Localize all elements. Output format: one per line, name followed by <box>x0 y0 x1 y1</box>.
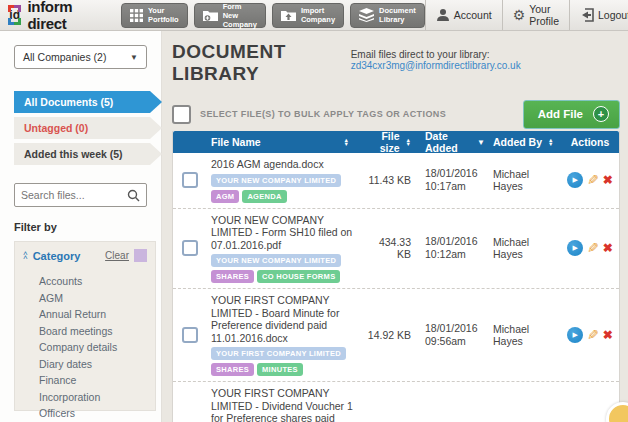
edit-file-icon[interactable]: ✎ <box>587 327 599 343</box>
user-menu: Account ⚙ Your Profile Logout <box>425 0 628 30</box>
file-name[interactable]: YOUR NEW COMPANY LIMITED - Form SH10 fil… <box>211 214 353 252</box>
form-new-company-button[interactable]: Form NewCompany <box>194 3 266 28</box>
column-actions: Actions <box>571 136 610 148</box>
bulk-select-label: SELECT FILE(S) TO BULK APPLY TAGS OR ACT… <box>200 109 446 119</box>
category-item[interactable]: Board meetings <box>39 323 155 340</box>
category-item[interactable]: Annual Return <box>39 306 155 323</box>
sort-date-added-desc-icon[interactable]: ▼ <box>477 138 485 147</box>
filter-by-label: Filter by <box>14 221 161 233</box>
table-row: YOUR FIRST COMPANY LIMITED - Dividend Vo… <box>173 382 619 422</box>
file-size: 11.43 KB <box>359 174 415 186</box>
sort-file-size-icon[interactable]: ▲▼ <box>406 138 411 147</box>
added-by: Michael Hayes <box>489 168 561 192</box>
edit-file-icon[interactable]: ✎ <box>587 172 599 188</box>
category-list: AccountsAGMAnnual ReturnBoard meetingsCo… <box>15 267 155 422</box>
file-size: 14.92 KB <box>359 329 415 341</box>
added-by: Michael Hayes <box>489 323 561 347</box>
sidebar-nav: All Documents (5) Untagged (0) Added thi… <box>14 91 161 165</box>
document-library-button[interactable]: DocumentLibrary <box>350 3 425 28</box>
tag-pill[interactable]: CO HOUSE FORMS <box>257 270 340 283</box>
sidebar-item-all-documents[interactable]: All Documents (5) <box>14 91 162 113</box>
category-item[interactable]: Finance <box>39 372 155 389</box>
search-input[interactable] <box>21 189 127 201</box>
added-by: Michael Hayes <box>489 236 561 260</box>
view-file-icon[interactable]: ▶ <box>567 172 583 188</box>
table-row: 2016 AGM agenda.docxYOUR NEW COMPANY LIM… <box>173 153 619 209</box>
category-item[interactable]: Incorporation <box>39 389 155 406</box>
table-header: File Name ▲▼ File size ▲▼ Date Added ▼ A… <box>173 131 619 153</box>
account-link[interactable]: Account <box>425 0 502 30</box>
folder-plus-icon <box>203 9 218 22</box>
category-item[interactable]: Officers <box>39 405 155 422</box>
column-file-name[interactable]: File Name <box>211 136 261 148</box>
company-filter-select[interactable]: All Companies (2) ▼ <box>14 45 147 69</box>
main-content: DOCUMENT LIBRARY Email files direct to y… <box>162 31 628 422</box>
category-item[interactable]: AGM <box>39 290 155 307</box>
logout-icon <box>580 8 594 22</box>
column-added-by[interactable]: Added By <box>493 136 542 148</box>
row-checkbox[interactable] <box>182 172 198 188</box>
row-checkbox[interactable] <box>182 240 198 256</box>
sort-file-name-icon[interactable]: ▲▼ <box>344 138 349 147</box>
category-title[interactable]: Category <box>33 250 81 262</box>
page-title: DOCUMENT LIBRARY <box>172 41 351 85</box>
category-item[interactable]: Diary dates <box>39 356 155 373</box>
person-icon <box>436 8 450 22</box>
search-icon[interactable] <box>127 189 140 202</box>
your-profile-link[interactable]: ⚙ Your Profile <box>502 0 569 30</box>
layers-icon <box>359 8 374 22</box>
library-email-link[interactable]: zd34cxr3mg@informdirectlibrary.co.uk <box>351 60 521 71</box>
tag-pill[interactable]: AGENDA <box>242 190 286 203</box>
delete-file-icon[interactable]: ✖ <box>603 328 613 342</box>
edit-file-icon[interactable]: ✎ <box>587 240 599 256</box>
tag-pill[interactable]: YOUR FIRST COMPANY LIMITED <box>211 347 346 360</box>
file-table-body: 2016 AGM agenda.docxYOUR NEW COMPANY LIM… <box>173 153 619 422</box>
category-panel: ˄˄ Category Clear AccountsAGMAnnual Retu… <box>14 241 156 411</box>
logo-mark-icon: id <box>8 5 21 25</box>
chevron-down-icon: ▼ <box>130 53 138 62</box>
logout-link[interactable]: Logout <box>569 0 628 30</box>
column-date-added[interactable]: Date Added <box>425 130 471 154</box>
email-direct-line: Email files direct to your library: zd34… <box>351 49 620 71</box>
tag-pill[interactable]: YOUR NEW COMPANY LIMITED <box>211 174 341 187</box>
file-name[interactable]: YOUR FIRST COMPANY LIMITED - Board Minut… <box>211 294 353 344</box>
view-file-icon[interactable]: ▶ <box>567 240 583 256</box>
bulk-action-bar: SELECT FILE(S) TO BULK APPLY TAGS OR ACT… <box>172 99 620 129</box>
tag-pill[interactable]: YOUR NEW COMPANY LIMITED <box>211 254 341 267</box>
category-color-swatch[interactable] <box>134 249 147 262</box>
import-company-button[interactable]: ImportCompany <box>272 3 344 28</box>
category-item[interactable]: Accounts <box>39 273 155 290</box>
sidebar-item-untagged[interactable]: Untagged (0) <box>14 117 162 139</box>
column-file-size[interactable]: File size <box>363 130 400 154</box>
primary-nav: YourPortfolio Form NewCompany ImportComp… <box>121 3 425 28</box>
top-bar: id inform direct YourPortfolio Form NewC… <box>0 0 628 31</box>
view-file-icon[interactable]: ▶ <box>567 327 583 343</box>
date-added: 18/01/201609:56am <box>415 322 489 348</box>
sort-added-by-icon[interactable]: ▲▼ <box>548 138 553 147</box>
category-item[interactable]: Company details <box>39 339 155 356</box>
tag-pill[interactable]: SHARES <box>211 270 254 283</box>
file-name[interactable]: 2016 AGM agenda.docx <box>211 158 353 171</box>
gear-icon: ⚙ <box>513 8 526 22</box>
collapse-chevrons-icon[interactable]: ˄˄ <box>23 252 28 260</box>
plus-icon: + <box>593 106 609 122</box>
search-box <box>14 183 147 207</box>
add-file-button[interactable]: Add File + <box>523 100 620 129</box>
category-clear-link[interactable]: Clear <box>105 250 129 261</box>
table-row: YOUR FIRST COMPANY LIMITED - Board Minut… <box>173 289 619 382</box>
tag-pill[interactable]: SHARES <box>211 363 254 376</box>
row-checkbox[interactable] <box>182 327 198 343</box>
your-portfolio-button[interactable]: YourPortfolio <box>121 3 188 28</box>
tag-pill[interactable]: MINUTES <box>257 363 303 376</box>
table-row: YOUR NEW COMPANY LIMITED - Form SH10 fil… <box>173 209 619 290</box>
delete-file-icon[interactable]: ✖ <box>603 241 613 255</box>
file-name[interactable]: YOUR FIRST COMPANY LIMITED - Dividend Vo… <box>211 387 353 422</box>
app-logo[interactable]: id inform direct <box>8 0 81 32</box>
sidebar-item-added-this-week[interactable]: Added this week (5) <box>14 143 162 165</box>
file-table: File Name ▲▼ File size ▲▼ Date Added ▼ A… <box>172 131 620 422</box>
delete-file-icon[interactable]: ✖ <box>603 173 613 187</box>
logo-text: inform direct <box>27 0 80 32</box>
bulk-select-checkbox[interactable] <box>172 105 191 124</box>
sidebar: All Companies (2) ▼ All Documents (5) Un… <box>0 31 162 422</box>
tag-pill[interactable]: AGM <box>211 190 239 203</box>
